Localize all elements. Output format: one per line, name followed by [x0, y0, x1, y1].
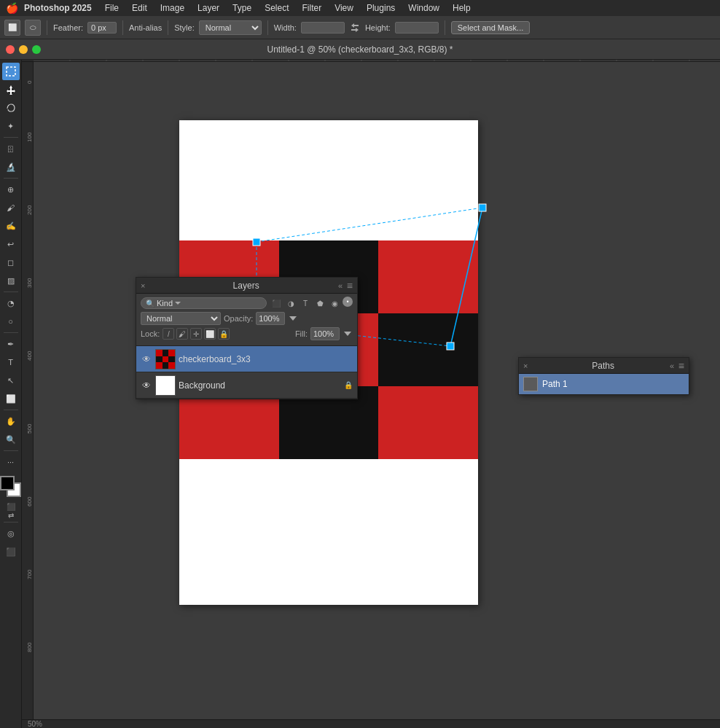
- path-selection-tool[interactable]: ↖: [2, 372, 20, 389]
- eyedropper-tool[interactable]: 🔬: [2, 158, 20, 176]
- tool-separator5: [4, 410, 18, 410]
- lock-image-pixels[interactable]: 🖌: [176, 328, 188, 340]
- svg-text:700: 700: [538, 60, 548, 60]
- svg-text:600: 600: [26, 496, 33, 506]
- menu-edit[interactable]: Edit: [126, 1, 153, 15]
- menu-bar: 🍎 Photoshop 2025 File Edit Image Layer T…: [0, 0, 720, 16]
- screen-mode[interactable]: ⬛: [2, 543, 20, 560]
- height-input[interactable]: [395, 22, 439, 34]
- select-mask-button[interactable]: Select and Mask...: [451, 21, 531, 34]
- apple-menu[interactable]: 🍎: [6, 2, 18, 14]
- foreground-color[interactable]: [0, 476, 15, 490]
- traffic-lights: [6, 45, 41, 54]
- menu-file[interactable]: File: [99, 1, 125, 15]
- layer-item-background[interactable]: 👁 Background 🔒: [136, 372, 357, 399]
- opacity-dropdown-icon[interactable]: [288, 313, 298, 324]
- lock-all[interactable]: 🔒: [218, 328, 230, 340]
- history-brush-tool[interactable]: ↩: [2, 235, 20, 253]
- opacity-input[interactable]: [256, 312, 285, 325]
- crop-tool[interactable]: ⌹: [2, 140, 20, 157]
- gradient-tool[interactable]: ▨: [2, 272, 20, 289]
- blending-mode-select[interactable]: Normal: [141, 312, 221, 325]
- menu-help[interactable]: Help: [447, 1, 477, 15]
- type-tool[interactable]: T: [2, 353, 20, 371]
- ruler-v-svg: 0 100 200 300 400 500 600 700 800: [22, 62, 34, 718]
- blur-tool[interactable]: ◔: [2, 294, 20, 312]
- type-layer-filter[interactable]: T: [299, 297, 312, 310]
- layer-visibility-toggle-0[interactable]: 👁: [141, 353, 152, 365]
- layer-name-checkerboard: checkerboard_3x3: [179, 354, 353, 364]
- canvas-ruler-row: 0 100 200 300 400 500 600 700 800: [22, 62, 720, 719]
- menu-image[interactable]: Image: [154, 1, 190, 15]
- feather-input[interactable]: [87, 22, 117, 34]
- app-name: Photoshop 2025: [24, 3, 92, 13]
- menu-plugins[interactable]: Plugins: [361, 1, 401, 15]
- adjustment-layer-filter[interactable]: ◑: [284, 297, 297, 310]
- clone-stamp-tool[interactable]: ✍: [2, 217, 20, 235]
- healing-brush-tool[interactable]: ⊕: [2, 181, 20, 198]
- svg-text:100: 100: [26, 132, 33, 142]
- shape-tool[interactable]: ⬜: [2, 390, 20, 407]
- quick-mask-mode[interactable]: ◎: [2, 525, 20, 542]
- path-name: Path 1: [542, 379, 568, 389]
- extra-tools[interactable]: ···: [2, 453, 20, 471]
- lock-transparent-pixels[interactable]: /: [163, 328, 174, 340]
- color-swatch-area: [0, 476, 22, 501]
- layers-panel-menu[interactable]: ≡: [347, 280, 353, 291]
- layer-item-checkerboard[interactable]: 👁: [136, 346, 357, 372]
- pixel-layer-filter[interactable]: ⬛: [270, 297, 283, 310]
- layer-visibility-toggle-1[interactable]: 👁: [141, 380, 152, 391]
- fill-dropdown-icon[interactable]: [343, 329, 353, 339]
- lock-position[interactable]: ✛: [190, 328, 202, 340]
- paths-panel-menu[interactable]: ≡: [678, 360, 684, 372]
- default-colors-icon[interactable]: ⬛: [7, 503, 15, 511]
- pen-tool[interactable]: ✒: [2, 335, 20, 353]
- fill-input[interactable]: [310, 327, 340, 340]
- eraser-tool[interactable]: ◻: [2, 254, 20, 271]
- rectangular-marquee-tool[interactable]: [2, 63, 20, 80]
- menu-view[interactable]: View: [329, 1, 359, 15]
- move-tool[interactable]: [2, 81, 20, 98]
- switch-colors-icon[interactable]: ⇄: [8, 512, 14, 520]
- dodge-tool[interactable]: ○: [2, 313, 20, 330]
- svg-text:800: 800: [26, 642, 33, 652]
- options-toolbar: ⬜ ⬭ Feather: Anti-alias Style: Normal Fi…: [0, 16, 720, 39]
- svg-text:600: 600: [465, 60, 475, 60]
- menu-type[interactable]: Type: [227, 1, 257, 15]
- toolbar-separator: [47, 20, 47, 35]
- minimize-button[interactable]: [19, 45, 28, 54]
- maximize-button[interactable]: [32, 45, 41, 54]
- opacity-label: Opacity:: [224, 314, 253, 323]
- paths-panel-header: × Paths ≡ «: [519, 358, 689, 374]
- style-select[interactable]: Normal Fixed Ratio Fixed Size: [199, 20, 262, 35]
- zoom-tool[interactable]: 🔍: [2, 431, 20, 448]
- swap-dimensions-icon[interactable]: [349, 22, 361, 34]
- paths-panel-expand[interactable]: «: [670, 361, 674, 370]
- svg-text:300: 300: [26, 278, 33, 288]
- svg-marker-46: [344, 332, 351, 336]
- layers-panel-expand[interactable]: «: [338, 281, 343, 290]
- brush-tool[interactable]: 🖌: [2, 199, 20, 216]
- width-input[interactable]: [301, 22, 345, 34]
- marquee-tool-icon[interactable]: ⬜: [4, 20, 20, 36]
- close-button[interactable]: [6, 45, 15, 54]
- menu-filter[interactable]: Filter: [296, 1, 327, 15]
- smart-object-filter[interactable]: ◉: [328, 297, 341, 310]
- layer-thumbnail-background: [155, 375, 176, 396]
- shape-layer-filter[interactable]: ⬟: [313, 297, 326, 310]
- magic-wand-tool[interactable]: ✦: [2, 117, 20, 135]
- path-anchor-tr[interactable]: [479, 204, 486, 211]
- path-item-path1[interactable]: Path 1: [519, 374, 689, 394]
- current-tool-icon[interactable]: ⬭: [25, 20, 41, 36]
- hand-tool[interactable]: ✋: [2, 412, 20, 430]
- menu-select[interactable]: Select: [259, 1, 294, 15]
- lock-artboard[interactable]: ⬜: [204, 328, 216, 340]
- menu-window[interactable]: Window: [402, 1, 445, 15]
- svg-text:900: 900: [684, 60, 694, 60]
- filter-toggle[interactable]: •: [343, 297, 353, 307]
- svg-text:400: 400: [319, 60, 329, 60]
- canvas-container[interactable]: × Layers ≡ « 🔍 Kind: [34, 62, 720, 719]
- lasso-tool[interactable]: [2, 99, 20, 117]
- kind-label: Kind: [157, 299, 173, 308]
- menu-layer[interactable]: Layer: [192, 1, 225, 15]
